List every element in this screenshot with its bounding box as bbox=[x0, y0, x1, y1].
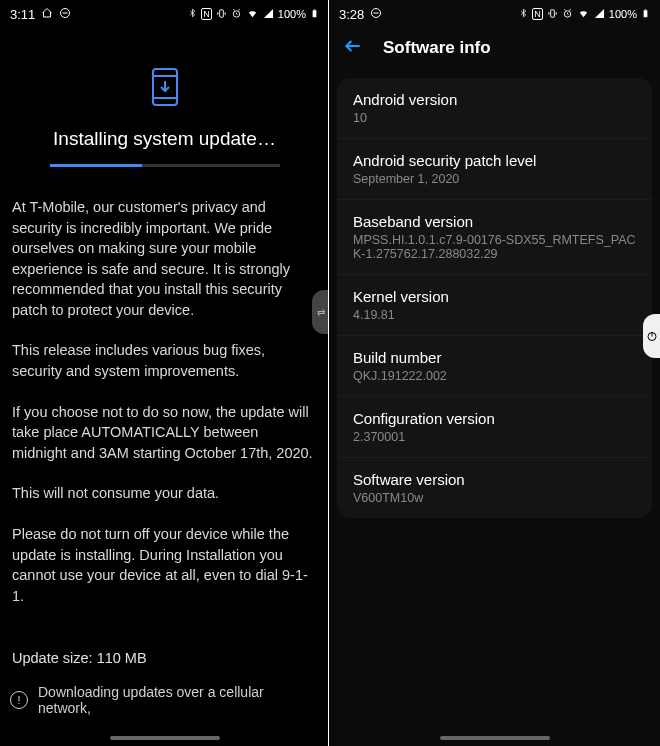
info-card: Android version 10 Android security patc… bbox=[337, 78, 652, 518]
info-label: Android security patch level bbox=[353, 152, 636, 169]
status-bar: 3:11 N 100% bbox=[0, 0, 329, 24]
info-item-kernel[interactable]: Kernel version 4.19.81 bbox=[337, 275, 652, 336]
info-item-config-version[interactable]: Configuration version 2.370001 bbox=[337, 397, 652, 458]
update-para-2: This release includes various bug fixes,… bbox=[12, 340, 317, 381]
battery-text: 100% bbox=[278, 8, 306, 20]
status-time: 3:11 bbox=[10, 7, 35, 22]
info-label: Software version bbox=[353, 471, 636, 488]
nfc-icon: N bbox=[201, 8, 212, 20]
svg-line-8 bbox=[233, 9, 234, 10]
edge-panel-handle-left[interactable]: ⇄ bbox=[312, 290, 329, 334]
edge-panel-handle-right[interactable] bbox=[643, 314, 660, 358]
phone-left-update: 3:11 N 100% bbox=[0, 0, 329, 746]
back-button[interactable] bbox=[343, 36, 363, 60]
svg-line-9 bbox=[238, 9, 239, 10]
svg-rect-18 bbox=[551, 9, 555, 16]
update-size-label: Update size: 110 MB bbox=[0, 626, 329, 678]
cellular-warning-text: Downloading updates over a cellular netw… bbox=[38, 684, 317, 716]
gesture-nav-bar[interactable] bbox=[440, 736, 550, 740]
info-label: Build number bbox=[353, 349, 636, 366]
info-item-build-number[interactable]: Build number QKJ.191222.002 bbox=[337, 336, 652, 397]
info-item-android-version[interactable]: Android version 10 bbox=[337, 78, 652, 139]
home-icon bbox=[41, 7, 53, 22]
info-value: 10 bbox=[353, 111, 636, 125]
status-time: 3:28 bbox=[339, 7, 364, 22]
svg-line-25 bbox=[569, 9, 570, 10]
info-item-security-patch[interactable]: Android security patch level September 1… bbox=[337, 139, 652, 200]
info-value: V600TM10w bbox=[353, 491, 636, 505]
download-update-icon bbox=[150, 66, 180, 112]
alarm-icon bbox=[562, 8, 573, 21]
svg-line-7 bbox=[236, 13, 237, 14]
bluetooth-icon bbox=[519, 7, 528, 21]
svg-line-23 bbox=[567, 13, 568, 14]
signal-icon bbox=[594, 8, 605, 21]
battery-icon bbox=[310, 7, 319, 22]
dnd-icon bbox=[59, 7, 71, 22]
info-item-baseband[interactable]: Baseband version MPSS.HI.1.0.1.c7.9-0017… bbox=[337, 200, 652, 275]
battery-text: 100% bbox=[609, 8, 637, 20]
info-value: 2.370001 bbox=[353, 430, 636, 444]
info-label: Kernel version bbox=[353, 288, 636, 305]
dnd-icon bbox=[370, 7, 382, 22]
info-value: QKJ.191222.002 bbox=[353, 369, 636, 383]
gesture-nav-bar[interactable] bbox=[110, 736, 220, 740]
update-para-1: At T-Mobile, our customer's privacy and … bbox=[12, 197, 317, 320]
progress-bar bbox=[50, 164, 280, 167]
info-label: Baseband version bbox=[353, 213, 636, 230]
power-icon bbox=[646, 330, 658, 342]
update-para-4: This will not consume your data. bbox=[12, 483, 317, 504]
svg-rect-2 bbox=[220, 9, 224, 16]
update-title: Installing system update… bbox=[0, 128, 329, 150]
wifi-icon bbox=[577, 8, 590, 21]
cellular-warning: ! Downloading updates over a cellular ne… bbox=[0, 678, 329, 716]
bluetooth-icon bbox=[188, 7, 197, 21]
update-para-3: If you choose not to do so now, the upda… bbox=[12, 402, 317, 464]
svg-line-24 bbox=[564, 9, 565, 10]
nfc-icon: N bbox=[532, 8, 543, 20]
header-bar: Software info bbox=[329, 24, 660, 72]
info-item-software-version[interactable]: Software version V600TM10w bbox=[337, 458, 652, 518]
info-label: Configuration version bbox=[353, 410, 636, 427]
update-icon-container bbox=[0, 66, 329, 112]
wifi-icon bbox=[246, 8, 259, 21]
svg-rect-11 bbox=[314, 9, 316, 10]
software-info-list: Android version 10 Android security patc… bbox=[329, 78, 660, 518]
info-label: Android version bbox=[353, 91, 636, 108]
svg-rect-10 bbox=[313, 10, 317, 17]
status-bar: 3:28 N 100% bbox=[329, 0, 660, 24]
back-arrow-icon bbox=[343, 36, 363, 56]
update-para-5: Please do not turn off your device while… bbox=[12, 524, 317, 606]
vibrate-icon bbox=[547, 8, 558, 21]
vibrate-icon bbox=[216, 8, 227, 21]
info-value: 4.19.81 bbox=[353, 308, 636, 322]
update-body: At T-Mobile, our customer's privacy and … bbox=[0, 167, 329, 606]
svg-rect-26 bbox=[644, 10, 648, 17]
info-value: MPSS.HI.1.0.1.c7.9-00176-SDX55_RMTEFS_PA… bbox=[353, 233, 636, 261]
page-title: Software info bbox=[383, 38, 491, 58]
progress-fill bbox=[50, 164, 142, 167]
battery-icon bbox=[641, 7, 650, 22]
info-icon: ! bbox=[10, 691, 28, 709]
info-value: September 1, 2020 bbox=[353, 172, 636, 186]
signal-icon bbox=[263, 8, 274, 21]
phone-right-software-info: 3:28 N 100% bbox=[329, 0, 660, 746]
svg-rect-27 bbox=[645, 9, 647, 10]
alarm-icon bbox=[231, 8, 242, 21]
